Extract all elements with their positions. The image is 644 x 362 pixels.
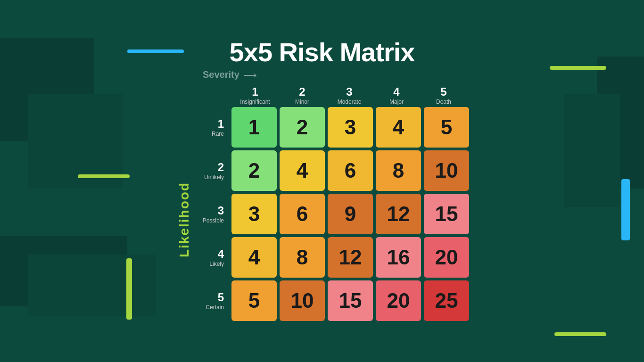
- col-header-num-3: 3: [326, 85, 373, 99]
- cell-2-4: 8: [376, 150, 421, 191]
- col-header-4: 4Major: [373, 85, 420, 105]
- col-header-text-4: Major: [373, 99, 420, 105]
- row-num-3: 3: [194, 204, 224, 217]
- cell-1-1: 1: [231, 107, 277, 148]
- severity-label: Severity: [203, 69, 239, 80]
- matrix-row-3: 3Possible3691215: [194, 194, 469, 234]
- row-label-4: Likely: [194, 261, 224, 267]
- cell-5-1: 5: [231, 280, 277, 321]
- cell-4-5: 20: [424, 237, 469, 278]
- cell-2-2: 4: [280, 150, 325, 191]
- cell-4-2: 8: [280, 237, 325, 278]
- col-header-5: 5Death: [420, 85, 467, 105]
- row-num-5: 5: [194, 291, 224, 304]
- likelihood-container: Likelihood: [175, 109, 194, 330]
- matrix-grid: 1Rare123452Unlikely2468103Possible369121…: [194, 107, 469, 321]
- col-header-text-5: Death: [420, 99, 467, 105]
- cell-3-4: 12: [376, 194, 421, 234]
- col-header-num-2: 2: [279, 85, 326, 99]
- cell-3-3: 9: [328, 194, 373, 234]
- row-header-2: 2Unlikely: [194, 161, 229, 181]
- cell-3-5: 15: [424, 194, 469, 234]
- cell-1-3: 3: [328, 107, 373, 148]
- cell-1-5: 5: [424, 107, 469, 148]
- row-header-3: 3Possible: [194, 204, 229, 224]
- matrix-wrapper: Likelihood 1Insignificant2Minor3Moderate…: [175, 85, 469, 330]
- cell-4-3: 12: [328, 237, 373, 278]
- cell-5-3: 15: [328, 280, 373, 321]
- severity-row: Severity ⟶: [203, 69, 257, 81]
- row-header-1: 1Rare: [194, 117, 229, 137]
- cell-2-3: 6: [328, 150, 373, 191]
- matrix-container: 1Insignificant2Minor3Moderate4Major5Deat…: [194, 85, 469, 321]
- matrix-row-4: 4Likely48121620: [194, 237, 469, 278]
- matrix-row-2: 2Unlikely246810: [194, 150, 469, 191]
- col-header-text-1: Insignificant: [231, 99, 279, 105]
- col-header-2: 2Minor: [279, 85, 326, 105]
- cell-3-2: 6: [280, 194, 325, 234]
- row-header-4: 4Likely: [194, 247, 229, 267]
- row-header-5: 5Certain: [194, 291, 229, 311]
- col-header-num-5: 5: [420, 85, 467, 99]
- cell-1-2: 2: [280, 107, 325, 148]
- row-label-3: Possible: [194, 217, 224, 224]
- column-headers: 1Insignificant2Minor3Moderate4Major5Deat…: [231, 85, 469, 105]
- cell-4-1: 4: [231, 237, 277, 278]
- page-title: 5x5 Risk Matrix: [230, 37, 415, 67]
- cell-4-4: 16: [376, 237, 421, 278]
- main-content: 5x5 Risk Matrix Severity ⟶ Likelihood 1I…: [0, 0, 644, 362]
- row-label-5: Certain: [194, 304, 224, 311]
- cell-5-4: 20: [376, 280, 421, 321]
- matrix-row-5: 5Certain510152025: [194, 280, 469, 321]
- col-header-num-1: 1: [231, 85, 279, 99]
- severity-arrow: ⟶: [243, 69, 257, 81]
- cell-2-1: 2: [231, 150, 277, 191]
- col-header-text-3: Moderate: [326, 99, 373, 105]
- col-header-num-4: 4: [373, 85, 420, 99]
- row-label-1: Rare: [194, 131, 224, 137]
- cell-5-2: 10: [280, 280, 325, 321]
- cell-3-1: 3: [231, 194, 277, 234]
- row-num-4: 4: [194, 247, 224, 261]
- row-label-2: Unlikely: [194, 174, 224, 181]
- likelihood-label: Likelihood: [177, 182, 192, 257]
- col-header-1: 1Insignificant: [231, 85, 279, 105]
- cell-2-5: 10: [424, 150, 469, 191]
- matrix-row-1: 1Rare12345: [194, 107, 469, 148]
- row-num-2: 2: [194, 161, 224, 174]
- cell-5-5: 25: [424, 280, 469, 321]
- col-header-text-2: Minor: [279, 99, 326, 105]
- cell-1-4: 4: [376, 107, 421, 148]
- col-header-3: 3Moderate: [326, 85, 373, 105]
- row-num-1: 1: [194, 117, 224, 131]
